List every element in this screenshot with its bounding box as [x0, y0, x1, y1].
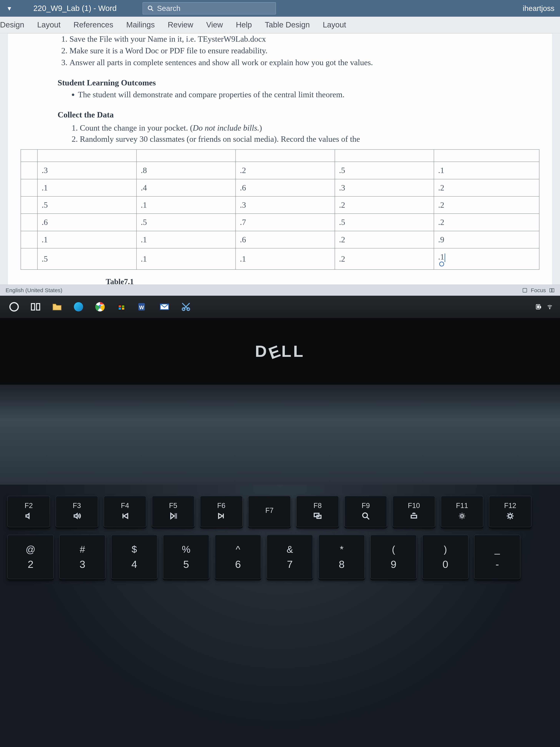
- key-f5: F5: [152, 496, 194, 527]
- keyboard: F2F3F4F5F6F7F8F9F10F11F12 @2#3$4%5^6&7*8…: [0, 485, 560, 747]
- key-f2: F2: [7, 496, 50, 527]
- active-cell[interactable]: .1: [434, 248, 539, 269]
- key-5: %5: [163, 535, 209, 579]
- key-7: &7: [267, 535, 313, 579]
- svg-line-25: [367, 517, 369, 519]
- svg-point-27: [461, 515, 463, 517]
- tab-layout-2[interactable]: Layout: [323, 20, 346, 29]
- chrome-icon[interactable]: [93, 300, 107, 313]
- slo-heading: Student Learning Outcomes: [58, 77, 527, 88]
- svg-rect-26: [411, 515, 417, 518]
- search-box[interactable]: Search: [142, 2, 276, 15]
- key-f11: F11: [441, 496, 483, 527]
- task-view-icon[interactable]: [29, 300, 42, 313]
- file-explorer-icon[interactable]: [50, 300, 64, 313]
- cortana-icon[interactable]: [7, 300, 21, 313]
- focus-label[interactable]: Focus: [531, 287, 546, 293]
- table-header-row: [21, 150, 539, 162]
- status-bar: English (United States) Focus: [0, 285, 560, 296]
- svg-text:W: W: [139, 305, 144, 310]
- data-table[interactable]: .3 .8 .2 .5 .1 .1 .4 .6 .3 .2 .5 .1 .3: [21, 149, 539, 270]
- tab-design[interactable]: Design: [0, 20, 24, 29]
- windows-taskbar: W: [0, 296, 560, 318]
- key--: _-: [474, 535, 521, 579]
- svg-point-8: [74, 302, 83, 311]
- tab-layout[interactable]: Layout: [37, 20, 60, 29]
- wifi-icon: [547, 304, 553, 310]
- key-f6: F6: [200, 496, 243, 527]
- svg-rect-11: [118, 305, 125, 311]
- status-language[interactable]: English (United States): [5, 287, 62, 293]
- svg-rect-2: [523, 288, 527, 292]
- key-9: (9: [370, 535, 417, 579]
- laptop-bezel: DELL: [0, 318, 560, 385]
- svg-point-0: [148, 6, 152, 10]
- collect-step-2: Randomly survey 30 classmates (or friend…: [80, 134, 527, 145]
- account-name[interactable]: iheartjoss: [523, 4, 556, 12]
- table-row: .1 .4 .6 .3 .2: [21, 179, 539, 197]
- collect-steps: Count the change in your pocket. (Do not…: [58, 123, 527, 145]
- key-f12: F12: [489, 496, 532, 527]
- tab-mailings[interactable]: Mailings: [126, 20, 155, 29]
- key-3: #3: [59, 535, 106, 579]
- instruction-1: Save the File with your Name in it, i.e.…: [70, 33, 527, 45]
- svg-line-1: [151, 9, 153, 11]
- word-icon[interactable]: W: [136, 300, 150, 313]
- laptop-hinge: [0, 385, 560, 485]
- key-2: @2: [7, 535, 54, 579]
- document-title: 220_W9_Lab (1) - Word: [15, 4, 117, 13]
- search-placeholder: Search: [157, 4, 181, 12]
- svg-rect-7: [36, 304, 40, 310]
- table-row: .3 .8 .2 .5 .1: [21, 162, 539, 179]
- slo-bullets: The student will demonstrate and compare…: [58, 89, 527, 100]
- page[interactable]: Save the File with your Name in it, i.e.…: [7, 33, 553, 285]
- svg-rect-13: [122, 306, 125, 307]
- tab-help[interactable]: Help: [236, 20, 252, 29]
- key-4: $4: [111, 535, 157, 579]
- svg-point-24: [363, 513, 368, 518]
- key-f9: F9: [344, 496, 387, 527]
- key-f4: F4: [104, 496, 146, 527]
- tab-table-design[interactable]: Table Design: [265, 20, 310, 29]
- tab-review[interactable]: Review: [168, 20, 193, 29]
- key-8: *8: [319, 535, 365, 579]
- function-row: F2F3F4F5F6F7F8F9F10F11F12: [7, 496, 553, 527]
- search-icon: [148, 5, 154, 11]
- key-f3: F3: [56, 496, 98, 527]
- key-f7: F7: [248, 496, 291, 527]
- touch-cursor-handle[interactable]: [439, 262, 444, 266]
- collect-step-1: Count the change in your pocket. (Do not…: [80, 123, 527, 133]
- svg-rect-6: [31, 304, 35, 310]
- read-mode-icon[interactable]: [549, 288, 555, 293]
- svg-point-28: [508, 514, 512, 518]
- instruction-2: Make sure it is a Word Doc or PDF file t…: [70, 45, 527, 56]
- svg-rect-14: [119, 308, 121, 310]
- svg-point-5: [10, 303, 18, 311]
- edge-icon[interactable]: [72, 300, 85, 313]
- instructions-list: Save the File with your Name in it, i.e.…: [58, 33, 527, 68]
- mail-icon[interactable]: [158, 300, 171, 313]
- focus-icon: [522, 288, 527, 293]
- svg-rect-4: [552, 289, 554, 292]
- key-6: ^6: [215, 535, 261, 579]
- snip-icon[interactable]: [179, 300, 193, 313]
- collect-heading: Collect the Data: [58, 109, 527, 120]
- word-titlebar: ▾ 220_W9_Lab (1) - Word Search iheartjos…: [0, 0, 560, 17]
- qat-dropdown-icon[interactable]: ▾: [4, 4, 15, 12]
- key-0: )0: [422, 535, 469, 579]
- system-tray[interactable]: [536, 304, 553, 310]
- key-f10: F10: [393, 496, 435, 527]
- brand-logo: DELL: [255, 342, 305, 361]
- table-row: .5 .1 .3 .2 .2: [21, 197, 539, 214]
- tab-references[interactable]: References: [74, 20, 113, 29]
- document-canvas[interactable]: Save the File with your Name in it, i.e.…: [0, 33, 560, 285]
- instruction-3: Answer all parts in complete sentences a…: [70, 57, 527, 68]
- svg-rect-15: [122, 308, 125, 310]
- text-cursor: [445, 254, 445, 262]
- svg-rect-12: [119, 306, 121, 307]
- tab-view[interactable]: View: [206, 20, 223, 29]
- ms-store-icon[interactable]: [115, 300, 128, 313]
- ribbon-tabs: Design Layout References Mailings Review…: [0, 17, 560, 33]
- table-row: .1 .1 .6 .2 .9: [21, 231, 539, 248]
- table-row: .6 .5 .7 .5 .2: [21, 214, 539, 231]
